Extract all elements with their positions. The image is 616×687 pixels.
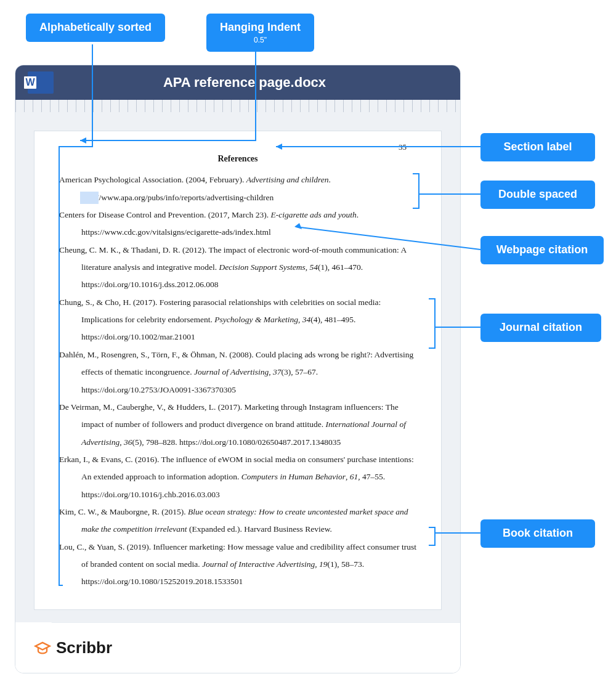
reference-item: De Veirman, M., Cauberghe, V., & Hudders…	[59, 399, 416, 451]
reference-item: American Psychological Association. (200…	[59, 171, 416, 206]
page-area: 35 References American Psychological Ass…	[15, 112, 460, 622]
label-section: Section label	[480, 133, 595, 161]
reference-item: Dahlén, M., Rosengren, S., Törn, F., & Ö…	[59, 346, 416, 399]
label-hanging-indent-text: Hanging Indent	[220, 21, 301, 33]
document-filename: APA reference page.docx	[54, 75, 436, 91]
reference-item: Erkan, I., & Evans, C. (2016). The influ…	[59, 451, 416, 503]
label-webpage-citation: Webpage citation	[480, 236, 604, 264]
label-hanging-indent: Hanging Indent 0.5"	[206, 14, 314, 52]
label-alphabetical: Alphabetically sorted	[26, 14, 165, 42]
label-journal-citation: Journal citation	[480, 314, 601, 342]
reference-item: Centers for Disease Control and Preventi…	[59, 206, 416, 242]
word-icon	[28, 71, 54, 94]
page-number: 35	[399, 139, 407, 155]
references-heading: References	[59, 150, 416, 168]
indent-highlight	[80, 192, 99, 204]
label-hanging-indent-sub: 0.5"	[220, 36, 301, 44]
graduation-cap-icon	[34, 639, 51, 656]
document-container: APA reference page.docx 35 References Am…	[15, 65, 461, 673]
brand-name: Scribbr	[56, 638, 112, 657]
page: 35 References American Psychological Ass…	[34, 131, 442, 610]
ruler	[15, 100, 460, 112]
reference-item: Lou, C., & Yuan, S. (2019). Influencer m…	[59, 539, 416, 591]
reference-item: Chung, S., & Cho, H. (2017). Fostering p…	[59, 294, 416, 346]
label-book-citation: Book citation	[480, 519, 595, 548]
label-double-spaced: Double spaced	[480, 181, 595, 209]
reference-item: Cheung, C. M. K., & Thadani, D. R. (2012…	[59, 242, 416, 294]
footer: Scribbr	[15, 622, 460, 673]
document-header: APA reference page.docx	[15, 65, 460, 100]
reference-item: Kim, C. W., & Mauborgne, R. (2015). Blue…	[59, 503, 416, 539]
scribbr-logo: Scribbr	[34, 638, 112, 657]
